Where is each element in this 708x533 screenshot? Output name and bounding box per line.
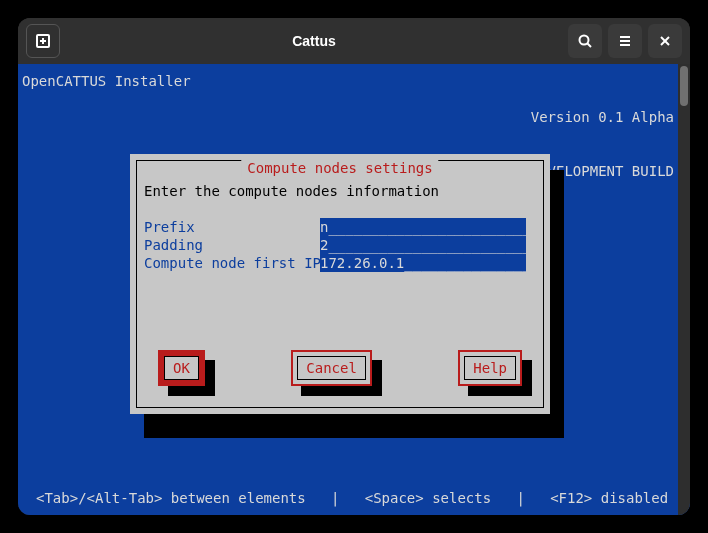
header-left: OpenCATTUS Installer — [22, 72, 191, 90]
help-button[interactable]: Help — [458, 350, 522, 386]
field-label: Compute node first IP — [144, 254, 320, 272]
terminal-area: OpenCATTUS Installer Version 0.1 Alpha D… — [18, 64, 690, 515]
field-row-prefix: Prefix n_________________________ — [144, 218, 536, 236]
window-title: Cattus — [68, 33, 560, 49]
prefix-input[interactable]: n_________________________ — [320, 218, 526, 236]
scrollbar-track[interactable] — [678, 64, 690, 515]
cancel-button[interactable]: Cancel — [291, 350, 372, 386]
menu-button[interactable] — [608, 24, 642, 58]
titlebar: Cattus — [18, 18, 690, 64]
scrollbar-thumb[interactable] — [680, 66, 688, 106]
svg-line-4 — [588, 44, 592, 48]
padding-input[interactable]: 2_________________________ — [320, 236, 526, 254]
new-tab-button[interactable] — [26, 24, 60, 58]
field-label: Prefix — [144, 218, 320, 236]
field-label: Padding — [144, 236, 320, 254]
dialog: Compute nodes settings Enter the compute… — [130, 154, 550, 414]
svg-point-3 — [580, 36, 589, 45]
search-button[interactable] — [568, 24, 602, 58]
dialog-instruction: Enter the compute nodes information — [144, 182, 536, 200]
field-row-ip: Compute node first IP 172.26.0.1________… — [144, 254, 536, 272]
version-text: Version 0.1 Alpha — [531, 108, 674, 126]
close-button[interactable] — [648, 24, 682, 58]
app-window: Cattus OpenCATTUS Installer Version 0.1 … — [18, 18, 690, 515]
footer-hints: <Tab>/<Alt-Tab> between elements | <Spac… — [36, 489, 674, 507]
dialog-title: Compute nodes settings — [241, 159, 438, 177]
first-ip-input[interactable]: 172.26.0.1________________ — [320, 254, 526, 272]
ok-button[interactable]: OK — [158, 350, 205, 386]
field-row-padding: Padding 2_________________________ — [144, 236, 536, 254]
